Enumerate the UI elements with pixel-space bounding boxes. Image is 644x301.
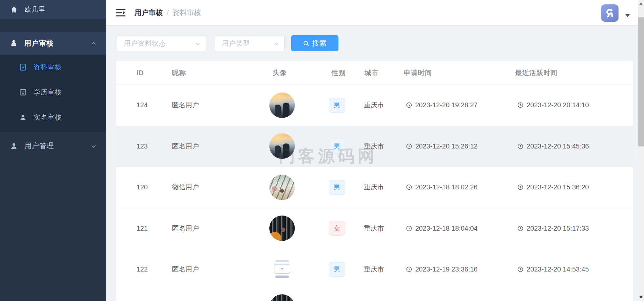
breadcrumb-current: 资料审核 <box>173 8 201 17</box>
cell-active-time: 2023-12-20 15:36:20 <box>515 183 633 191</box>
cell-active-time: 2023-12-20 20:14:10 <box>515 101 633 109</box>
person-icon <box>10 142 18 150</box>
column-header-gender: 性别 <box>329 68 364 77</box>
breadcrumb-separator: / <box>167 9 169 17</box>
clock-icon <box>517 225 524 232</box>
app-root: 欧几里 用户审核 <box>0 0 644 301</box>
search-button[interactable]: 搜索 <box>291 35 338 51</box>
sidebar-item-label: 用户管理 <box>24 141 54 150</box>
table-row[interactable]: 122 匿名用户 + 男 重庆市 2023-12-19 23:36:16 202… <box>116 249 633 290</box>
gender-badge: 男 <box>329 262 345 277</box>
cell-active-time: 2023-12-20 15:17:33 <box>515 225 633 232</box>
cell-nickname: 匿名用户 <box>172 101 269 110</box>
top-navbar: 用户审核 / 资料审核 <box>106 0 644 25</box>
search-button-label: 搜索 <box>312 39 327 48</box>
gender-badge: 男 <box>329 98 345 113</box>
app-title: 欧几里 <box>24 5 46 14</box>
clock-icon <box>406 143 412 149</box>
cell-id: 124 <box>116 101 172 109</box>
placeholder-button <box>275 276 289 278</box>
school-building-icon <box>19 88 27 96</box>
table-row[interactable]: 120 微信用户 男 重庆市 2023-12-18 18:02:26 2023-… <box>116 167 633 208</box>
gender-badge: 女 <box>329 221 345 236</box>
cell-active-time: 2023-12-20 15:45:36 <box>515 142 633 150</box>
cell-nickname: 匿名用户 <box>172 142 269 151</box>
sidebar-item-label: 资料审核 <box>34 63 62 72</box>
cell-nickname: 微信用户 <box>172 183 269 192</box>
gender-badge: 男 <box>329 180 345 195</box>
clock-icon <box>517 102 524 108</box>
sidebar-item-education-audit[interactable]: 学历审核 <box>0 80 106 105</box>
scrollbar-thumb[interactable] <box>638 17 644 146</box>
column-header-id: ID <box>116 69 172 77</box>
cell-nickname: 匿名用户 <box>172 265 269 274</box>
clock-icon <box>406 266 412 273</box>
person-icon <box>19 113 27 121</box>
chevron-down-icon <box>91 143 97 149</box>
cell-id: 122 <box>116 265 172 273</box>
placeholder-text-line <box>275 260 289 262</box>
user-avatar <box>269 175 295 200</box>
sidebar-item-realname-audit[interactable]: 实名审核 <box>0 105 106 130</box>
cell-apply-time: 2023-12-18 18:02:26 <box>404 183 515 191</box>
clock-icon <box>406 102 412 108</box>
column-header-city: 城市 <box>364 68 404 77</box>
cell-apply-time: 2023-12-18 18:04:04 <box>404 225 515 232</box>
user-type-select[interactable]: 用户类型 <box>215 35 285 51</box>
sidebar-item-user-audit[interactable]: 用户审核 <box>0 32 106 55</box>
cell-active-time: 2023-12-20 14:53:45 <box>515 265 633 273</box>
breadcrumb-parent[interactable]: 用户审核 <box>135 8 163 17</box>
table-row[interactable]: 123 匿名用户 男 重庆市 2023-12-20 15:26:12 2023-… <box>116 126 633 167</box>
column-header-apply-time: 申请时间 <box>404 68 515 77</box>
cell-city: 重庆市 <box>364 142 404 151</box>
cell-apply-time: 2023-12-20 19:28:27 <box>404 101 515 109</box>
sidebar-collapse-icon[interactable] <box>116 8 126 17</box>
clock-icon <box>517 184 524 190</box>
cell-city: 重庆市 <box>364 224 404 233</box>
sidebar-item-label: 实名审核 <box>34 113 62 122</box>
caret-down-icon[interactable] <box>625 14 630 17</box>
sidebar: 欧几里 用户审核 <box>0 0 106 301</box>
cell-apply-time: 2023-12-19 23:36:16 <box>404 265 515 273</box>
column-header-avatar: 头像 <box>269 68 329 77</box>
scroll-up-arrow-icon[interactable] <box>639 2 643 5</box>
home-icon <box>10 6 18 14</box>
user-avatar <box>269 133 295 159</box>
table-header-row: ID 昵称 头像 性别 城市 申请时间 最近活跃时间 <box>116 61 633 85</box>
sidebar-item-label: 用户审核 <box>24 39 54 48</box>
clock-icon <box>406 184 412 190</box>
chevron-down-icon <box>274 41 279 48</box>
cell-city: 重庆市 <box>364 101 404 110</box>
sidebar-item-label: 学历审核 <box>34 88 62 97</box>
table-row[interactable]: 121 匿名用户 女 重庆市 2023-12-18 18:04:04 2023-… <box>116 208 633 249</box>
select-placeholder: 用户类型 <box>222 39 250 48</box>
chevron-up-icon <box>91 40 97 46</box>
cell-id: 121 <box>116 225 172 232</box>
filter-bar: 用户资料状态 用户类型 搜索 <box>106 25 638 61</box>
breadcrumb: 用户审核 / 资料审核 <box>135 0 201 25</box>
clock-icon <box>406 225 412 232</box>
chevron-down-icon <box>195 41 201 48</box>
sidebar-submenu-user-audit: 资料审核 学历审核 <box>0 55 106 132</box>
user-profile-status-select[interactable]: 用户资料状态 <box>117 35 206 51</box>
search-icon <box>303 40 309 47</box>
table-card: ID 昵称 头像 性别 城市 申请时间 最近活跃时间 124 匿名用户 男 重庆… <box>116 61 633 301</box>
sidebar-item-profile-audit[interactable]: 资料审核 <box>0 55 106 79</box>
select-placeholder: 用户资料状态 <box>124 39 166 48</box>
vertical-scrollbar[interactable] <box>638 0 644 301</box>
user-avatar-menu[interactable] <box>601 4 619 22</box>
user-avatar-broken: + <box>269 257 295 282</box>
column-header-active-time: 最近活跃时间 <box>515 68 633 77</box>
cell-city: 重庆市 <box>364 265 404 274</box>
user-avatar <box>269 294 295 301</box>
upload-plus-icon: + <box>274 264 290 274</box>
user-avatar <box>269 93 295 118</box>
cell-nickname: 匿名用户 <box>172 224 269 233</box>
table-row[interactable] <box>116 290 633 301</box>
gender-badge: 男 <box>329 139 345 154</box>
scroll-down-arrow-icon[interactable] <box>639 296 643 299</box>
table-row[interactable]: 124 匿名用户 男 重庆市 2023-12-20 19:28:27 2023-… <box>116 85 633 126</box>
sidebar-item-home[interactable]: 欧几里 <box>0 0 106 19</box>
cell-id: 120 <box>116 183 172 191</box>
sidebar-item-user-manage[interactable]: 用户管理 <box>0 134 106 158</box>
